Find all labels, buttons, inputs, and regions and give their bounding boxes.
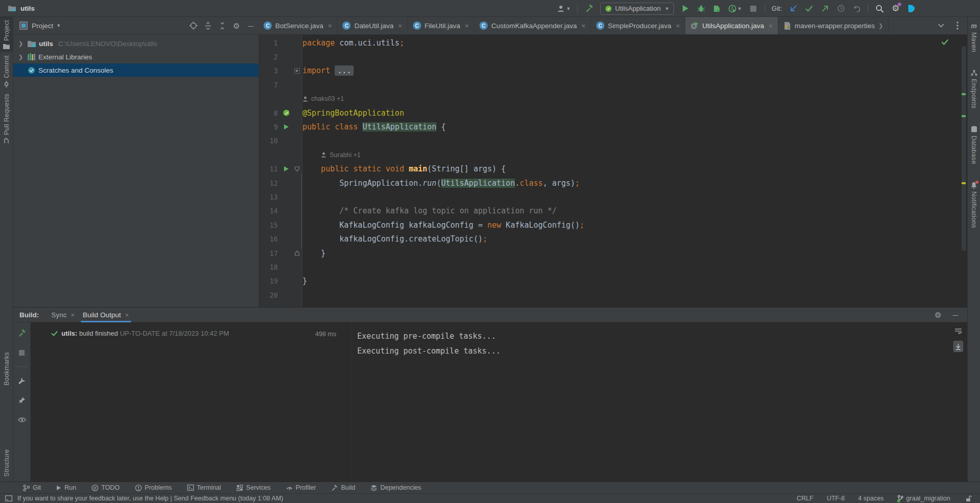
collapse-all-icon[interactable] [217,20,227,31]
code-vision-author[interactable]: Surabhi +1 [302,151,361,159]
stripe-bookmarks[interactable]: Bookmarks [0,352,13,385]
unlocked-padlock-icon[interactable] [964,493,973,503]
build-tab-sync[interactable]: Sync × [47,307,79,322]
build-hammer-icon[interactable] [584,3,594,14]
stripe-database[interactable]: Database [968,123,980,167]
scroll-to-end-icon[interactable] [953,341,963,352]
toolbar-separator [577,4,578,13]
fold-collapse-icon[interactable] [294,166,300,172]
stripe-mark-yellow [962,182,966,184]
toolbar-item-profiler[interactable]: Profiler [286,484,316,491]
chevron-right-icon[interactable]: ❯ [18,54,25,60]
close-icon[interactable]: × [769,22,773,30]
git-history-icon[interactable] [836,3,845,14]
editor-scrollbar[interactable] [962,46,966,251]
chevron-right-icon[interactable]: ❯ [18,40,25,47]
stripe-endpoints[interactable]: Endpoints [968,67,980,112]
status-window-icon[interactable] [5,495,12,501]
close-icon[interactable]: × [676,22,680,30]
run-config-combo[interactable]: UtilsApplication ▼ [600,3,674,15]
git-update-icon[interactable] [789,3,798,14]
tree-item-scratches[interactable]: Scratches and Consoles [13,63,258,77]
stripe-pull-requests[interactable]: Pull Requests [0,91,13,147]
close-icon[interactable]: × [398,22,402,30]
git-commit-icon[interactable] [804,3,814,14]
git-rollback-icon[interactable] [852,3,861,14]
tab-fileutil[interactable]: C FileUtil.java × [408,17,474,34]
stripe-project[interactable]: Project [0,17,13,52]
tab-utilsapplication[interactable]: UtilsApplication.java × [685,17,778,34]
tree-item-utils[interactable]: ❯ utils C:\Users\LENOVO\Desktop\utils [13,37,258,50]
fold-end-icon[interactable] [294,250,300,256]
folded-imports[interactable]: ... [335,65,354,76]
build-filter-wrench-icon[interactable] [17,375,27,386]
toolbar-item-git[interactable]: Git [23,484,41,491]
tree-item-external-libraries[interactable]: ❯ External Libraries [13,50,258,63]
build-toolbar [13,322,31,482]
tab-options-kebab-icon[interactable] [953,20,962,31]
git-push-icon[interactable] [820,3,830,14]
hide-panel-icon[interactable]: ─ [246,20,255,31]
inspections-ok-icon[interactable] [941,39,949,45]
line-ending-indicator[interactable]: CRLF [797,495,814,502]
coverage-button[interactable] [712,3,722,14]
user-icon[interactable]: ▼ [557,3,571,14]
close-icon[interactable]: × [465,22,469,30]
tab-customkafkaappender[interactable]: C CustomKafkaAppender.java × [474,17,591,34]
project-view-label[interactable]: Project [32,22,53,30]
toolbar-item-terminal[interactable]: Terminal [187,484,221,491]
close-icon[interactable]: × [581,22,585,30]
code-editor[interactable]: 1package com.uci.utils; 2 3+import ... 7… [258,35,967,307]
stripe-maven[interactable]: m Maven [968,19,980,55]
encoding-indicator[interactable]: UTF-8 [826,495,844,502]
rerun-build-hammer-icon[interactable] [17,327,27,339]
toolbar-item-todo[interactable]: TODO [92,484,120,491]
build-result-row[interactable]: utils: build finished UP-TO-DATE at 7/18… [31,330,352,337]
build-console[interactable]: Executing pre-compile tasks... Executing… [352,322,967,482]
toolbar-item-problems[interactable]: Problems [135,484,172,491]
soft-wrap-icon[interactable] [954,325,963,337]
search-icon[interactable] [875,3,884,14]
tab-botservice[interactable]: C BotService.java × [258,17,337,34]
toolbar-item-run[interactable]: Run [56,484,76,491]
jetbrains-logo-icon[interactable] [907,3,916,14]
close-icon[interactable]: × [328,22,332,30]
console-line: Executing pre-compile tasks... [357,329,967,344]
git-label: Git: [772,5,782,12]
toolbar-item-build[interactable]: Build [331,484,355,491]
stop-button[interactable] [749,3,758,14]
tab-maven-wrapper[interactable]: maven-wrapper.properties ❯ [778,17,889,34]
close-icon[interactable]: × [125,311,129,319]
profiler-button[interactable]: ▼ [728,3,742,14]
stop-build-icon[interactable] [17,347,27,358]
close-icon[interactable]: × [71,311,75,319]
debug-button[interactable] [696,3,706,14]
panel-settings-gear-icon[interactable]: ⚙ [232,20,241,31]
indent-indicator[interactable]: 4 spaces [858,495,884,502]
toolbar-separator [868,4,868,13]
preview-eye-icon[interactable] [17,414,27,425]
spring-bean-gutter-icon[interactable] [283,110,290,116]
toolbar-item-dependencies[interactable]: Dependencies [371,484,421,491]
git-branch-widget[interactable]: graal_migration [897,495,950,502]
stripe-commit[interactable]: Commit [0,52,13,91]
run-button[interactable] [681,3,690,14]
expand-all-icon[interactable] [203,20,212,31]
code-vision-author[interactable]: chaks03 +1 [302,95,344,102]
stripe-notifications[interactable]: Notifications [968,179,980,231]
settings-gear-icon[interactable]: ⚙ [891,3,900,14]
build-tab-output[interactable]: Build Output × [79,307,133,322]
toolbar-item-services[interactable]: Services [236,484,271,491]
run-method-gutter-icon[interactable] [284,166,289,172]
pin-icon[interactable] [17,395,27,406]
locate-file-icon[interactable] [189,20,198,31]
tab-dateutil[interactable]: C DateUtil.java × [337,17,407,34]
run-class-gutter-icon[interactable] [284,124,289,130]
build-settings-gear-icon[interactable]: ⚙ [933,309,943,320]
tab-simpleproducer[interactable]: C SimpleProducer.java × [591,17,685,34]
stripe-structure[interactable]: Structure [0,449,13,476]
hide-build-panel-icon[interactable]: ─ [951,309,960,320]
chevron-down-icon[interactable]: ▼ [56,23,61,28]
hidden-tabs-chevron-icon[interactable] [937,20,946,31]
fold-expand-icon[interactable]: + [294,68,300,74]
